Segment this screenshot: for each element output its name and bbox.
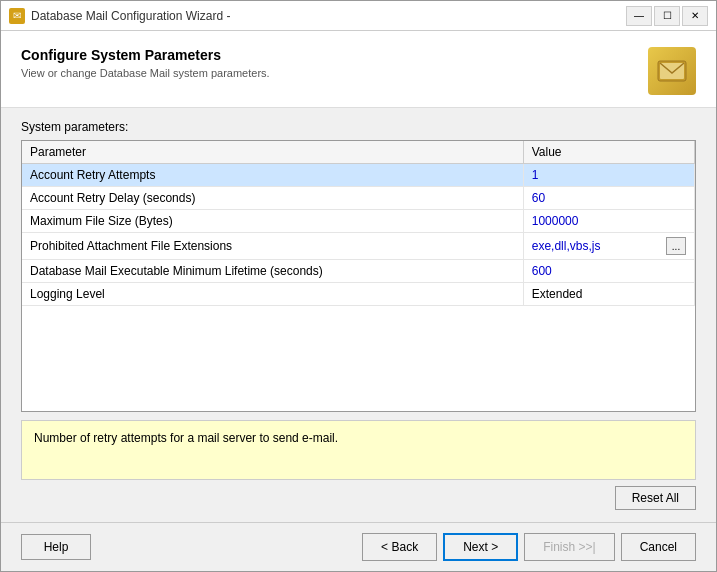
column-parameter: Parameter [22, 141, 523, 164]
header-icon [648, 47, 696, 95]
parameter-cell: Prohibited Attachment File Extensions [22, 233, 523, 260]
reset-row: Reset All [21, 486, 696, 510]
value-cell: 60 [523, 187, 694, 210]
header-section: Configure System Parameters View or chan… [1, 31, 716, 108]
next-button[interactable]: Next > [443, 533, 518, 561]
parameters-table-container[interactable]: Parameter Value Account Retry Attempts1A… [21, 140, 696, 412]
table-row[interactable]: Account Retry Delay (seconds)60 [22, 187, 695, 210]
value-cell: 1 [523, 164, 694, 187]
parameter-cell: Database Mail Executable Minimum Lifetim… [22, 260, 523, 283]
column-value: Value [523, 141, 694, 164]
maximize-button[interactable]: ☐ [654, 6, 680, 26]
window-controls: — ☐ ✕ [626, 6, 708, 26]
section-label: System parameters: [21, 120, 696, 134]
help-button[interactable]: Help [21, 534, 91, 560]
footer: Help < Back Next > Finish >>| Cancel [1, 522, 716, 571]
main-window: ✉ Database Mail Configuration Wizard - —… [0, 0, 717, 572]
cancel-button[interactable]: Cancel [621, 533, 696, 561]
value-cell: 1000000 [523, 210, 694, 233]
page-subtitle: View or change Database Mail system para… [21, 67, 270, 79]
reset-all-button[interactable]: Reset All [615, 486, 696, 510]
table-row[interactable]: Prohibited Attachment File Extensionsexe… [22, 233, 695, 260]
close-button[interactable]: ✕ [682, 6, 708, 26]
info-box: Number of retry attempts for a mail serv… [21, 420, 696, 480]
table-row[interactable]: Account Retry Attempts1 [22, 164, 695, 187]
info-text: Number of retry attempts for a mail serv… [34, 431, 338, 445]
parameter-cell: Logging Level [22, 283, 523, 306]
value-text: Extended [532, 287, 583, 301]
footer-right: < Back Next > Finish >>| Cancel [362, 533, 696, 561]
value-cell: 600 [523, 260, 694, 283]
minimize-button[interactable]: — [626, 6, 652, 26]
window-title: Database Mail Configuration Wizard - [31, 9, 626, 23]
main-content: System parameters: Parameter Value Accou… [1, 108, 716, 522]
content-area: Configure System Parameters View or chan… [1, 31, 716, 522]
parameter-cell: Maximum File Size (Bytes) [22, 210, 523, 233]
parameters-table: Parameter Value Account Retry Attempts1A… [22, 141, 695, 306]
footer-left: Help [21, 534, 91, 560]
parameter-cell: Account Retry Attempts [22, 164, 523, 187]
table-header-row: Parameter Value [22, 141, 695, 164]
finish-button[interactable]: Finish >>| [524, 533, 614, 561]
window-icon: ✉ [9, 8, 25, 24]
value-text: 60 [532, 191, 545, 205]
value-cell: Extended [523, 283, 694, 306]
parameter-cell: Account Retry Delay (seconds) [22, 187, 523, 210]
value-text: 1000000 [532, 214, 579, 228]
value-text: exe,dll,vbs,js [532, 239, 601, 253]
header-text: Configure System Parameters View or chan… [21, 47, 270, 79]
value-text: 1 [532, 168, 539, 182]
page-title: Configure System Parameters [21, 47, 270, 63]
table-row[interactable]: Database Mail Executable Minimum Lifetim… [22, 260, 695, 283]
back-button[interactable]: < Back [362, 533, 437, 561]
value-text: 600 [532, 264, 552, 278]
ellipsis-button[interactable]: ... [666, 237, 686, 255]
value-cell: exe,dll,vbs,js... [523, 233, 694, 260]
table-row[interactable]: Logging LevelExtended [22, 283, 695, 306]
table-row[interactable]: Maximum File Size (Bytes)1000000 [22, 210, 695, 233]
title-bar: ✉ Database Mail Configuration Wizard - —… [1, 1, 716, 31]
